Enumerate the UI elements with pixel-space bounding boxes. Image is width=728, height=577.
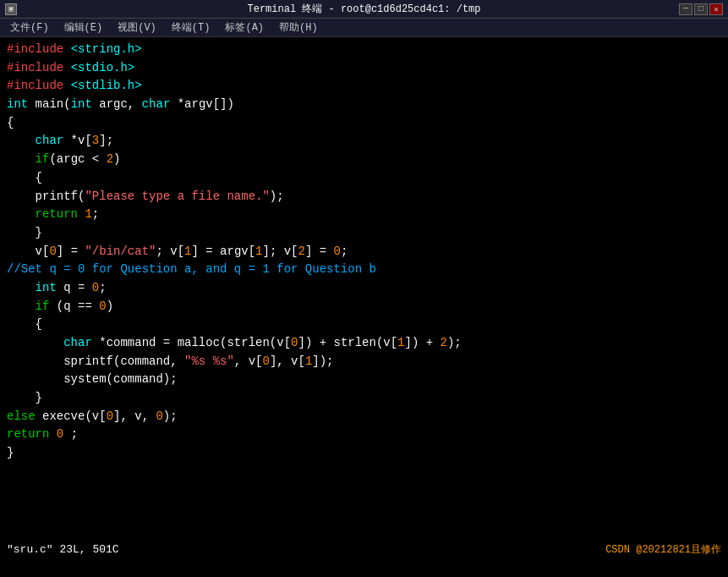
code-line-1: #include <string.h>	[7, 41, 721, 59]
minimize-button[interactable]: ─	[679, 3, 692, 15]
status-bar: "sru.c" 23L, 501C CSDN @20212821且修作	[0, 540, 728, 558]
code-line-14: int q = 0;	[7, 279, 721, 298]
code-line-15: if (q == 0)	[7, 298, 721, 316]
code-line-4: int main(int argc, char *argv[])	[7, 96, 721, 114]
code-line-22: return 0 ;	[7, 426, 721, 444]
code-line-16: {	[7, 316, 721, 334]
code-line-10: return 1;	[7, 206, 721, 224]
code-line-19: system(command);	[7, 371, 721, 389]
code-line-13: //Set q = 0 for Question a, and q = 1 fo…	[7, 261, 721, 279]
terminal-body[interactable]: #include <string.h> #include <stdio.h> #…	[0, 37, 728, 558]
status-file-info: "sru.c" 23L, 501C	[7, 543, 119, 556]
title-bar-controls: ─ □ ✕	[679, 3, 723, 15]
code-area: #include <string.h> #include <stdio.h> #…	[7, 41, 721, 483]
code-line-18: sprintf(command, "%s %s", v[0], v[1]);	[7, 353, 721, 371]
terminal-icon: ▣	[5, 3, 17, 15]
menu-tabs[interactable]: 标签(A)	[218, 19, 271, 36]
code-line-12: v[0] = "/bin/cat"; v[1] = argv[1]; v[2] …	[7, 243, 721, 261]
title-bar: ▣ Terminal 终端 - root@c1d6d25cd4c1: /tmp …	[0, 0, 728, 19]
code-line-9: printf("Please type a file name.");	[7, 188, 721, 206]
code-line-8: {	[7, 169, 721, 188]
code-line-23: }	[7, 444, 721, 463]
menu-view[interactable]: 视图(V)	[111, 19, 163, 36]
code-line-7: if(argc < 2)	[7, 151, 721, 169]
code-line-17: char *command = malloc(strlen(v[0]) + st…	[7, 334, 721, 353]
title-bar-title: Terminal 终端 - root@c1d6d25cd4c1: /tmp	[247, 2, 480, 16]
menu-terminal[interactable]: 终端(T)	[165, 19, 217, 36]
menu-file[interactable]: 文件(F)	[3, 19, 56, 36]
code-line-20: }	[7, 389, 721, 408]
code-line-5: {	[7, 114, 721, 133]
title-bar-left: ▣	[5, 3, 17, 15]
menu-help[interactable]: 帮助(H)	[272, 19, 325, 36]
code-line-11: }	[7, 224, 721, 243]
close-button[interactable]: ✕	[709, 3, 723, 15]
menu-edit[interactable]: 编辑(E)	[57, 19, 110, 36]
code-line-3: #include <stdlib.h>	[7, 77, 721, 96]
code-line-6: char *v[3];	[7, 132, 721, 151]
maximize-button[interactable]: □	[694, 3, 708, 15]
menu-bar: 文件(F) 编辑(E) 视图(V) 终端(T) 标签(A) 帮助(H)	[0, 19, 728, 37]
code-line-2: #include <stdio.h>	[7, 59, 721, 78]
status-right-info: CSDN @20212821且修作	[605, 542, 721, 557]
code-line-21: else execve(v[0], v, 0);	[7, 408, 721, 426]
